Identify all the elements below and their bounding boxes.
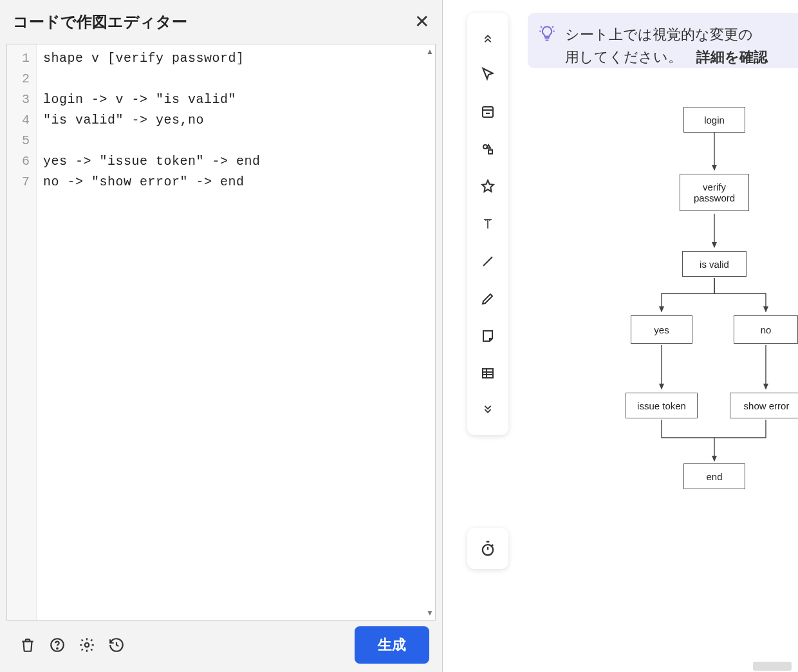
- editor-header: コードで作図エディター ✕: [0, 0, 442, 44]
- hint-text: シート上では視覚的な変更の 用してください。 詳細を確認: [565, 23, 768, 68]
- svg-rect-5: [488, 150, 492, 154]
- line-number: 5: [7, 131, 36, 151]
- line-number: 1: [7, 48, 36, 69]
- stopwatch-panel[interactable]: [467, 528, 508, 569]
- code-editor[interactable]: 1 2 3 4 5 6 7 shape v [verify password] …: [6, 44, 436, 621]
- stopwatch-icon: [479, 539, 497, 557]
- svg-point-7: [483, 545, 493, 555]
- node-showerr[interactable]: show error: [730, 393, 798, 418]
- scroll-down-icon[interactable]: ▼: [426, 608, 434, 617]
- svg-rect-3: [483, 107, 493, 117]
- line-number: 6: [7, 151, 36, 172]
- panel-icon[interactable]: [471, 94, 505, 130]
- hint-link[interactable]: 詳細を確認: [696, 49, 768, 65]
- tool-palette: [467, 13, 508, 435]
- collapse-icon[interactable]: [471, 19, 505, 55]
- gear-icon[interactable]: [72, 630, 102, 660]
- lightbulb-icon: [538, 24, 556, 45]
- line-number: 3: [7, 89, 36, 110]
- scroll-up-icon[interactable]: ▲: [426, 47, 434, 56]
- svg-rect-6: [483, 369, 493, 378]
- generate-button[interactable]: 生成: [355, 626, 429, 664]
- bottom-toolbar: 生成: [0, 621, 442, 672]
- cursor-icon[interactable]: [471, 57, 505, 93]
- canvas-area[interactable]: シート上では視覚的な変更の 用してください。 詳細を確認 login verif…: [443, 0, 798, 672]
- horizontal-scrollbar[interactable]: [753, 662, 792, 671]
- pencil-icon[interactable]: [471, 281, 505, 317]
- hint-banner: シート上では視覚的な変更の 用してください。 詳細を確認: [528, 13, 798, 68]
- line-icon[interactable]: [471, 243, 505, 279]
- node-no[interactable]: no: [734, 315, 798, 344]
- node-end[interactable]: end: [683, 463, 745, 489]
- history-icon[interactable]: [102, 630, 131, 660]
- svg-point-2: [85, 643, 89, 648]
- line-number: 7: [7, 172, 36, 192]
- editor-title: コードで作図エディター: [13, 12, 187, 32]
- shapes-icon[interactable]: [471, 131, 505, 167]
- trash-icon[interactable]: [13, 630, 42, 660]
- node-verify[interactable]: verify password: [680, 174, 749, 211]
- table-icon[interactable]: [471, 355, 505, 391]
- diagram-arrows: [571, 103, 798, 509]
- line-number: 2: [7, 69, 36, 89]
- expand-icon[interactable]: [471, 393, 505, 429]
- close-icon[interactable]: ✕: [414, 13, 429, 31]
- line-gutter: 1 2 3 4 5 6 7: [7, 44, 37, 620]
- node-isvalid[interactable]: is valid: [682, 251, 747, 277]
- node-login[interactable]: login: [683, 107, 745, 133]
- help-icon[interactable]: [42, 630, 72, 660]
- note-icon[interactable]: [471, 318, 505, 354]
- code-content[interactable]: shape v [verify password] login -> v -> …: [37, 44, 435, 620]
- code-editor-panel: コードで作図エディター ✕ 1 2 3 4 5 6 7 shape v [ver…: [0, 0, 443, 672]
- star-icon[interactable]: [471, 169, 505, 205]
- node-issue[interactable]: issue token: [626, 393, 698, 418]
- node-yes[interactable]: yes: [631, 315, 692, 344]
- line-number: 4: [7, 110, 36, 131]
- svg-point-1: [57, 648, 58, 649]
- text-icon[interactable]: [471, 206, 505, 242]
